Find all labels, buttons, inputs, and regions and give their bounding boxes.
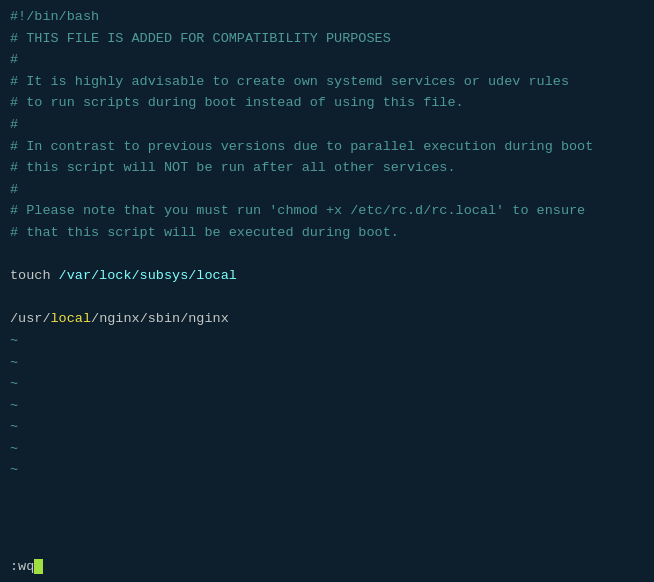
tilde-7: ~ [10, 459, 644, 481]
tilde-5: ~ [10, 416, 644, 438]
line-2: # THIS FILE IS ADDED FOR COMPATIBILITY P… [10, 28, 644, 50]
line-7: # In contrast to previous versions due t… [10, 136, 644, 158]
line-15: /usr/local/nginx/sbin/nginx [10, 308, 644, 330]
line-8: # this script will NOT be run after all … [10, 157, 644, 179]
tilde-3: ~ [10, 373, 644, 395]
tilde-2: ~ [10, 352, 644, 374]
line-3: # [10, 49, 644, 71]
line-4: # It is highly advisable to create own s… [10, 71, 644, 93]
line-6: # [10, 114, 644, 136]
line-12 [10, 244, 644, 266]
line-5: # to run scripts during boot instead of … [10, 92, 644, 114]
line-11: # that this script will be executed duri… [10, 222, 644, 244]
line-14 [10, 287, 644, 309]
touch-path: /var/lock/subsys/local [59, 268, 237, 283]
line-1: #!/bin/bash [10, 6, 644, 28]
touch-cmd: touch [10, 268, 59, 283]
status-bar: :wq [0, 552, 654, 582]
vim-command[interactable]: :wq [10, 559, 34, 574]
path-nginx: /nginx/sbin/nginx [91, 311, 229, 326]
tilde-6: ~ [10, 438, 644, 460]
path-local: local [51, 311, 92, 326]
line-10: # Please note that you must run 'chmod +… [10, 200, 644, 222]
line-9: # [10, 179, 644, 201]
cursor [34, 559, 43, 574]
tilde-1: ~ [10, 330, 644, 352]
path-usr: /usr/ [10, 311, 51, 326]
tilde-4: ~ [10, 395, 644, 417]
line-13: touch /var/lock/subsys/local [10, 265, 644, 287]
editor: #!/bin/bash # THIS FILE IS ADDED FOR COM… [0, 0, 654, 582]
